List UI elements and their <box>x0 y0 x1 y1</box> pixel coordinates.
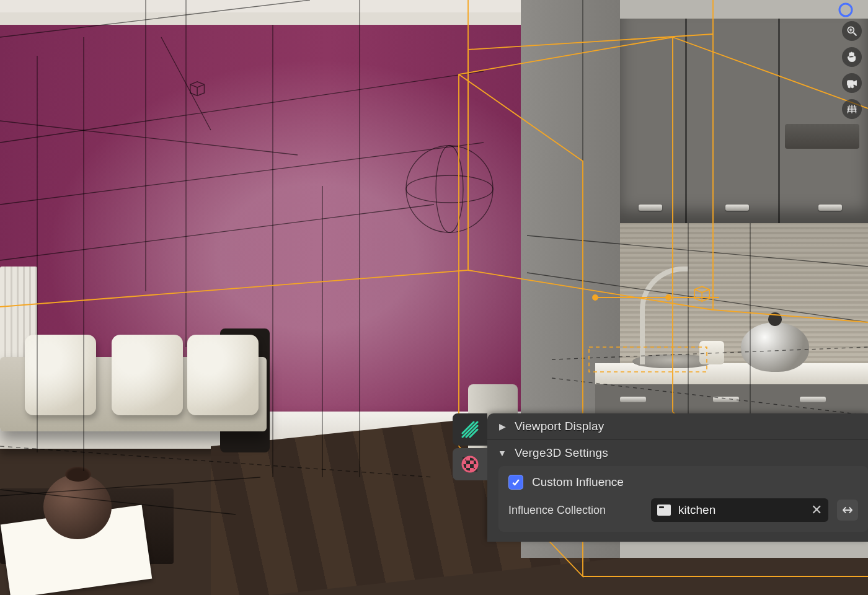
svg-point-32 <box>851 86 854 88</box>
section-title: Verge3D Settings <box>515 446 608 460</box>
svg-point-31 <box>848 86 851 88</box>
scene-cushion <box>25 335 96 415</box>
clear-collection-button[interactable]: ✕ <box>811 502 822 518</box>
section-title: Viewport Display <box>515 420 604 433</box>
influence-collection-label: Influence Collection <box>508 504 642 517</box>
pan-button[interactable] <box>842 47 862 67</box>
custom-influence-checkbox[interactable] <box>508 475 523 490</box>
svg-line-27 <box>854 33 857 36</box>
tab-material[interactable] <box>453 448 487 480</box>
collection-sync-button[interactable] <box>837 500 858 521</box>
panel-section-verge3d[interactable]: ▼ Verge3D Settings <box>487 439 868 466</box>
collection-icon <box>657 505 671 516</box>
tab-texture[interactable] <box>453 413 487 446</box>
properties-panel: ▶ Viewport Display ▼ Verge3D Settings Cu… <box>487 413 868 542</box>
panel-section-viewport-display[interactable]: ▶ Viewport Display <box>487 413 868 439</box>
scene-vase <box>43 474 112 539</box>
influence-collection-field[interactable]: kitchen ✕ <box>651 498 828 522</box>
verge3d-section-body: Custom Influence Influence Collection ki… <box>498 466 868 532</box>
custom-influence-label: Custom Influence <box>532 475 624 489</box>
empty-cube-icon <box>186 77 207 101</box>
camera-view-button[interactable] <box>842 73 862 93</box>
influence-collection-value: kitchen <box>678 503 804 517</box>
toggle-grid-button[interactable] <box>842 99 862 119</box>
empty-cube-selected-icon <box>690 282 712 307</box>
svg-point-25 <box>839 4 852 16</box>
disclosure-down-icon: ▼ <box>497 448 507 458</box>
disclosure-right-icon: ▶ <box>497 421 507 431</box>
svg-rect-39 <box>470 464 474 468</box>
svg-rect-36 <box>466 461 470 464</box>
svg-rect-30 <box>848 81 854 86</box>
scene-kettle <box>741 322 809 372</box>
scene-cushion <box>187 335 259 415</box>
orbit-gizmo[interactable] <box>836 2 856 22</box>
scene-cushion <box>112 335 183 415</box>
scene-mug <box>699 341 724 364</box>
zoom-button[interactable] <box>842 21 862 41</box>
